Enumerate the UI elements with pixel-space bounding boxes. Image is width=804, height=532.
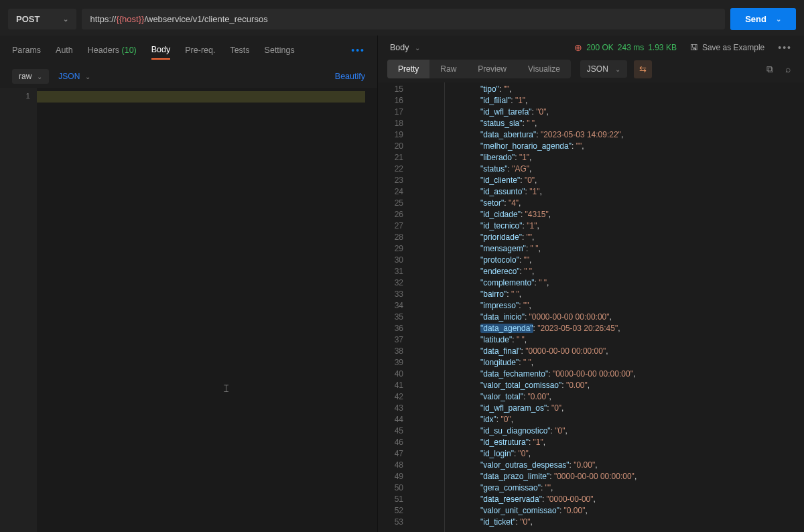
code-line: "prioridade": "", — [450, 232, 804, 243]
line-number: 43 — [378, 403, 411, 414]
line-number: 33 — [378, 289, 411, 300]
send-button[interactable]: Send ⌄ — [730, 8, 796, 30]
tab-headers[interactable]: Headers (10) — [88, 42, 137, 59]
chevron-down-icon: ⌄ — [415, 44, 420, 52]
tab-params[interactable]: Params — [12, 42, 41, 59]
response-view-options: Pretty Raw Preview Visualize JSON ⌄ ⇆ ⧉ … — [378, 56, 804, 82]
copy-icon[interactable]: ⧉ — [766, 64, 773, 75]
tab-settings[interactable]: Settings — [265, 42, 295, 59]
body-type-label: raw — [19, 72, 31, 81]
code-line: "data_reservada": "0000-00-00", — [450, 494, 804, 505]
code-line: "id_login": "0", — [450, 448, 804, 460]
code-line: "latitude": " ", — [450, 334, 804, 346]
line-number: 26 — [378, 209, 411, 220]
code-line: "valor_unit_comissao": "0.00", — [450, 505, 804, 517]
line-number: 32 — [378, 277, 411, 289]
view-pretty[interactable]: Pretty — [387, 60, 429, 78]
code-line: "data_prazo_limite": "0000-00-00 00:00:0… — [450, 471, 804, 482]
line-number: 35 — [378, 312, 411, 323]
line-gutter: 1516171819202122232425262728293031323334… — [378, 82, 411, 532]
line-number: 49 — [378, 471, 411, 482]
line-number: 27 — [378, 220, 411, 232]
code-line: "endereco": " ", — [450, 266, 804, 277]
editor-content[interactable] — [37, 88, 377, 532]
line-number: 39 — [378, 357, 411, 369]
line-number: 28 — [378, 232, 411, 243]
method-select[interactable]: POST ⌄ — [8, 9, 76, 29]
tab-prereq[interactable]: Pre-req. — [185, 42, 215, 59]
tab-body[interactable]: Body — [151, 41, 171, 60]
line-number: 45 — [378, 425, 411, 437]
request-bar: POST ⌄ https://{{host}}/webservice/v1/cl… — [0, 0, 804, 36]
code-line: "bairro": " ", — [450, 289, 804, 300]
view-preview[interactable]: Preview — [467, 60, 517, 78]
line-number: 44 — [378, 414, 411, 425]
line-number: 23 — [378, 175, 411, 186]
view-raw[interactable]: Raw — [429, 60, 467, 78]
save-as-example-button[interactable]: 🖫 Save as Example — [690, 43, 764, 52]
chevron-down-icon: ⌄ — [85, 73, 90, 80]
line-number: 24 — [378, 186, 411, 198]
fold-column — [411, 82, 445, 532]
chevron-down-icon: ⌄ — [37, 73, 42, 80]
line-number: 48 — [378, 460, 411, 471]
more-icon[interactable]: ••• — [778, 42, 792, 53]
response-body-viewer[interactable]: 1516171819202122232425262728293031323334… — [378, 82, 804, 532]
view-visualize[interactable]: Visualize — [517, 60, 571, 78]
text-cursor-icon: 𝙸 — [222, 383, 230, 395]
code-line: "tipo": "", — [450, 84, 804, 95]
code-line: "mensagem": " ", — [450, 243, 804, 255]
response-status[interactable]: ⊕ 200 OK 243 ms 1.93 KB — [574, 42, 677, 53]
code-line: "status_sla": " ", — [450, 118, 804, 129]
code-line: "id_cliente": "0", — [450, 175, 804, 186]
code-line: "gera_comissao": "", — [450, 482, 804, 494]
code-line: "id_estrutura": "1", — [450, 437, 804, 448]
line-number: 41 — [378, 380, 411, 391]
save-icon: 🖫 — [690, 43, 698, 52]
response-tab-select[interactable]: Body ⌄ — [390, 43, 420, 52]
line-number: 52 — [378, 505, 411, 517]
beautify-button[interactable]: Beautify — [335, 72, 365, 81]
chevron-down-icon: ⌄ — [615, 66, 620, 73]
code-line: "idx": "0", — [450, 414, 804, 425]
code-line: "valor_total": "0.00", — [450, 391, 804, 403]
code-line: "melhor_horario_agenda": "", — [450, 141, 804, 152]
response-pane: Body ⌄ ⊕ 200 OK 243 ms 1.93 KB 🖫 Save as… — [378, 36, 804, 532]
url-input[interactable]: https://{{host}}/webservice/v1/cliente_r… — [82, 9, 725, 29]
chevron-down-icon: ⌄ — [63, 15, 68, 23]
line-number: 16 — [378, 95, 411, 107]
line-number: 25 — [378, 198, 411, 209]
tab-tests[interactable]: Tests — [230, 42, 249, 59]
url-variable: {{host}} — [116, 14, 144, 24]
line-number: 30 — [378, 255, 411, 266]
method-label: POST — [16, 14, 40, 24]
body-language-select[interactable]: JSON ⌄ — [58, 72, 90, 81]
code-line: "id_su_diagnostico": "0", — [450, 425, 804, 437]
line-number: 37 — [378, 334, 411, 346]
line-number: 46 — [378, 437, 411, 448]
response-tab-label: Body — [390, 43, 409, 52]
response-code[interactable]: "tipo": "","id_filial": "1","id_wfl_tare… — [450, 82, 804, 532]
code-line: "id_ticket": "0", — [450, 517, 804, 528]
line-number: 19 — [378, 129, 411, 141]
more-icon[interactable]: ••• — [351, 45, 365, 56]
search-icon[interactable]: ⌕ — [785, 64, 791, 74]
code-line: "data_abertura": "2023-05-03 14:09:22", — [450, 129, 804, 141]
line-number: 20 — [378, 141, 411, 152]
line-number: 38 — [378, 346, 411, 357]
code-line: "data_fechamento": "0000-00-00 00:00:00"… — [450, 369, 804, 380]
line-number: 40 — [378, 369, 411, 380]
response-language-select[interactable]: JSON ⌄ — [580, 60, 627, 78]
tab-headers-label: Headers — [88, 46, 119, 55]
response-time: 243 ms — [618, 43, 644, 52]
body-type-select[interactable]: raw ⌄ — [12, 69, 49, 84]
wrap-lines-button[interactable]: ⇆ — [634, 60, 652, 78]
active-line — [37, 91, 365, 103]
code-line: "complemento": " ", — [450, 277, 804, 289]
tab-auth[interactable]: Auth — [56, 42, 73, 59]
line-number: 36 — [378, 323, 411, 334]
line-number: 51 — [378, 494, 411, 505]
code-line: "status": "AG", — [450, 163, 804, 175]
request-body-editor[interactable]: 1 𝙸 — [0, 88, 377, 532]
body-options: raw ⌄ JSON ⌄ Beautify — [0, 65, 377, 88]
